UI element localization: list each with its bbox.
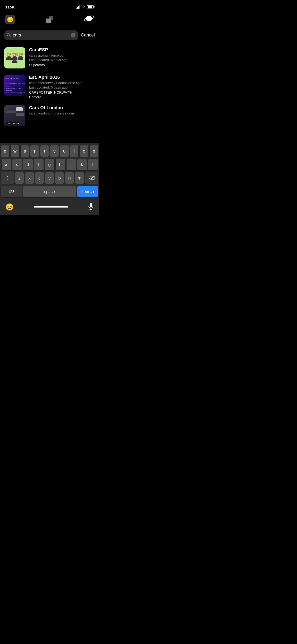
key-o[interactable]: o [80, 145, 88, 157]
key-t[interactable]: t [40, 145, 49, 157]
keyboard-bottom-bar: 😊 [0, 200, 99, 215]
app-logo [46, 16, 53, 23]
keyboard-row-2: a s d f g h j k l [1, 159, 98, 170]
search-input[interactable]: cars [13, 33, 69, 38]
delete-key[interactable]: ⌫ [85, 172, 98, 184]
status-time: 11:46 [5, 5, 15, 9]
key-y[interactable]: y [50, 145, 59, 157]
results-list: CARSESP CarsESP carsesp.onuniverse.com L… [0, 42, 99, 132]
key-w[interactable]: w [11, 145, 19, 157]
emoji-button[interactable]: 😊 [5, 203, 14, 211]
result-item-london[interactable]: THE LONDON Cars Of London carsoflondon.o… [0, 102, 99, 130]
key-p[interactable]: p [90, 145, 98, 157]
svg-line-3 [10, 36, 10, 36]
result-tags: Supercars [29, 63, 95, 67]
signal-icon [76, 5, 80, 9]
result-url: carsoflondon.onuniverse.com [29, 111, 95, 115]
home-indicator-wrap [34, 205, 68, 210]
keyboard-row-3: ⇧ z x c v b n m ⌫ [1, 172, 98, 184]
result-title: Est. April 2016 [29, 75, 95, 80]
result-tag-camera: Camera [29, 95, 41, 99]
battery-icon [87, 5, 94, 8]
keyboard-row-1: q w e r t y u i o p [1, 145, 98, 157]
key-f[interactable]: f [34, 159, 44, 170]
key-i[interactable]: i [70, 145, 78, 157]
key-g[interactable]: g [45, 159, 54, 170]
key-n[interactable]: n [65, 172, 74, 184]
key-z[interactable]: z [15, 172, 24, 184]
result-url: carspotternorway1.onuniverse.com [29, 81, 95, 85]
planet-icon[interactable] [84, 14, 94, 25]
clear-button[interactable]: × [71, 33, 76, 38]
key-a[interactable]: a [2, 159, 11, 170]
key-m[interactable]: m [75, 172, 84, 184]
key-u[interactable]: u [60, 145, 68, 157]
status-icons [76, 5, 94, 9]
search-key[interactable]: search [77, 186, 98, 197]
cancel-button[interactable]: Cancel [81, 33, 95, 38]
home-indicator [34, 206, 68, 208]
result-updated: Last updated: 6 days ago [29, 58, 95, 62]
result-thumb-carsesp: CARSESP [4, 47, 25, 68]
result-tag-ellipsis: ... [43, 95, 46, 99]
key-r[interactable]: r [30, 145, 39, 157]
result-updated: Last updated: 6 days ago [29, 85, 95, 89]
result-tag: Supercars [29, 63, 45, 67]
result-thumb-norway: Est. April 2016 CARSPOTTER NORWAY®Camera… [4, 75, 25, 96]
result-item-carsesp[interactable]: CARSESP CarsESP carsesp.onuniverse.com L… [0, 44, 99, 72]
result-thumb-london: THE LONDON [4, 105, 25, 126]
top-nav: 😊 [0, 12, 99, 28]
svg-rect-4 [90, 203, 92, 207]
shift-key[interactable]: ⇧ [1, 172, 14, 184]
key-q[interactable]: q [1, 145, 9, 157]
wifi-icon [81, 5, 86, 9]
status-bar: 11:46 [0, 0, 99, 12]
key-s[interactable]: s [12, 159, 22, 170]
result-info-norway: Est. April 2016 carspotternorway1.onuniv… [29, 75, 95, 99]
space-key[interactable]: space [23, 186, 76, 197]
key-x[interactable]: x [25, 172, 34, 184]
result-info-london: Cars Of London carsoflondon.onuniverse.c… [29, 105, 95, 116]
result-title: CarsESP [29, 47, 95, 53]
numbers-key[interactable]: 123 [1, 186, 22, 197]
key-j[interactable]: j [67, 159, 76, 170]
key-v[interactable]: v [45, 172, 54, 184]
key-c[interactable]: c [35, 172, 44, 184]
microphone-button[interactable] [88, 203, 94, 211]
keyboard-row-4: 123 space search [1, 186, 98, 197]
result-tag-norway2: NORWAY® [54, 90, 72, 94]
result-tag-norway: CARSPOTTER [29, 90, 53, 94]
keyboard-rows: q w e r t y u i o p a s d f g h j k l ⇧ … [0, 143, 99, 200]
result-title: Cars Of London [29, 105, 95, 111]
result-url: carsesp.onuniverse.com [29, 53, 95, 57]
search-input-box[interactable]: cars × [4, 30, 78, 40]
search-bar: cars × Cancel [0, 28, 99, 42]
result-tags: CARSPOTTER NORWAY® [29, 90, 95, 94]
key-k[interactable]: k [77, 159, 87, 170]
key-d[interactable]: d [23, 159, 33, 170]
result-item-norway[interactable]: Est. April 2016 CARSPOTTER NORWAY®Camera… [0, 72, 99, 102]
result-info-carsesp: CarsESP carsesp.onuniverse.com Last upda… [29, 47, 95, 67]
search-icon [7, 33, 11, 38]
key-l[interactable]: l [88, 159, 98, 170]
emoji-app-icon[interactable]: 😊 [5, 15, 15, 24]
key-e[interactable]: e [21, 145, 29, 157]
keyboard: q w e r t y u i o p a s d f g h j k l ⇧ … [0, 143, 99, 215]
key-h[interactable]: h [56, 159, 65, 170]
key-b[interactable]: b [55, 172, 64, 184]
